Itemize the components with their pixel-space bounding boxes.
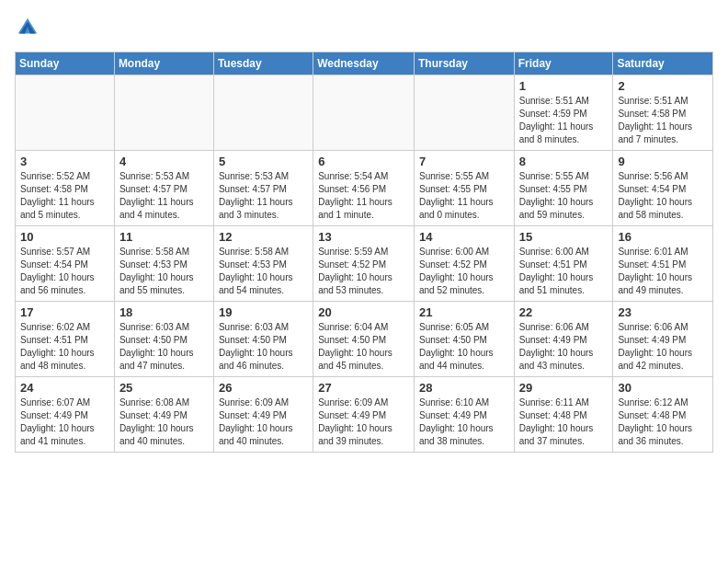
day-number: 3 (20, 155, 109, 168)
day-cell: 25Sunrise: 6:08 AM Sunset: 4:49 PM Dayli… (114, 377, 213, 453)
day-info: Sunrise: 5:51 AM Sunset: 4:58 PM Dayligh… (618, 95, 708, 146)
day-info: Sunrise: 6:05 AM Sunset: 4:50 PM Dayligh… (419, 321, 509, 373)
day-info: Sunrise: 6:03 AM Sunset: 4:50 PM Dayligh… (219, 321, 308, 373)
day-info: Sunrise: 6:12 AM Sunset: 4:48 PM Dayligh… (618, 396, 708, 448)
day-info: Sunrise: 6:07 AM Sunset: 4:49 PM Dayligh… (20, 396, 109, 448)
day-cell: 6Sunrise: 5:54 AM Sunset: 4:56 PM Daylig… (313, 151, 415, 226)
day-cell: 8Sunrise: 5:55 AM Sunset: 4:55 PM Daylig… (514, 151, 613, 226)
week-row-3: 17Sunrise: 6:02 AM Sunset: 4:51 PM Dayli… (16, 302, 713, 377)
day-number: 23 (618, 305, 708, 319)
day-number: 27 (318, 381, 409, 395)
day-number: 30 (618, 381, 708, 395)
day-cell: 29Sunrise: 6:11 AM Sunset: 4:48 PM Dayli… (514, 377, 613, 453)
day-number: 21 (419, 305, 509, 319)
day-cell: 18Sunrise: 6:03 AM Sunset: 4:50 PM Dayli… (114, 302, 213, 377)
day-cell: 22Sunrise: 6:06 AM Sunset: 4:49 PM Dayli… (514, 302, 613, 377)
day-info: Sunrise: 5:55 AM Sunset: 4:55 PM Dayligh… (519, 170, 609, 222)
day-info: Sunrise: 5:53 AM Sunset: 4:57 PM Dayligh… (119, 170, 209, 222)
day-info: Sunrise: 5:54 AM Sunset: 4:56 PM Dayligh… (318, 170, 409, 222)
week-row-4: 24Sunrise: 6:07 AM Sunset: 4:49 PM Dayli… (16, 377, 713, 453)
day-number: 29 (519, 381, 609, 395)
day-number: 19 (219, 305, 308, 319)
weekday-header-saturday: Saturday (613, 52, 713, 75)
day-number: 10 (20, 230, 109, 244)
day-cell: 2Sunrise: 5:51 AM Sunset: 4:58 PM Daylig… (613, 75, 713, 151)
day-number: 16 (618, 230, 708, 244)
day-info: Sunrise: 5:56 AM Sunset: 4:54 PM Dayligh… (618, 170, 708, 222)
weekday-header-friday: Friday (514, 52, 613, 75)
day-cell: 17Sunrise: 6:02 AM Sunset: 4:51 PM Dayli… (16, 302, 115, 377)
day-info: Sunrise: 5:58 AM Sunset: 4:53 PM Dayligh… (219, 246, 308, 297)
day-info: Sunrise: 6:06 AM Sunset: 4:49 PM Dayligh… (519, 321, 609, 373)
header (15, 15, 713, 40)
day-info: Sunrise: 5:59 AM Sunset: 4:52 PM Dayligh… (318, 246, 409, 297)
day-number: 22 (519, 305, 609, 319)
day-info: Sunrise: 6:01 AM Sunset: 4:51 PM Dayligh… (618, 246, 708, 297)
day-cell: 9Sunrise: 5:56 AM Sunset: 4:54 PM Daylig… (613, 151, 713, 226)
weekday-header-sunday: Sunday (16, 52, 115, 75)
day-cell: 28Sunrise: 6:10 AM Sunset: 4:49 PM Dayli… (414, 377, 514, 453)
day-number: 5 (219, 155, 308, 168)
logo-icon (15, 15, 40, 40)
day-number: 12 (219, 230, 308, 244)
day-cell: 23Sunrise: 6:06 AM Sunset: 4:49 PM Dayli… (613, 302, 713, 377)
day-cell (414, 75, 514, 151)
day-info: Sunrise: 5:51 AM Sunset: 4:59 PM Dayligh… (519, 95, 609, 146)
day-info: Sunrise: 6:10 AM Sunset: 4:49 PM Dayligh… (419, 396, 509, 448)
day-cell: 13Sunrise: 5:59 AM Sunset: 4:52 PM Dayli… (313, 226, 415, 302)
day-cell: 26Sunrise: 6:09 AM Sunset: 4:49 PM Dayli… (213, 377, 313, 453)
day-number: 24 (20, 381, 109, 395)
day-info: Sunrise: 6:03 AM Sunset: 4:50 PM Dayligh… (119, 321, 209, 373)
logo (15, 15, 44, 40)
calendar-table: SundayMondayTuesdayWednesdayThursdayFrid… (15, 52, 713, 453)
day-cell (313, 75, 415, 151)
day-number: 1 (519, 79, 609, 93)
day-number: 6 (318, 155, 409, 168)
day-cell: 4Sunrise: 5:53 AM Sunset: 4:57 PM Daylig… (114, 151, 213, 226)
day-cell (16, 75, 115, 151)
day-cell: 27Sunrise: 6:09 AM Sunset: 4:49 PM Dayli… (313, 377, 415, 453)
day-info: Sunrise: 6:08 AM Sunset: 4:49 PM Dayligh… (119, 396, 209, 448)
day-cell: 30Sunrise: 6:12 AM Sunset: 4:48 PM Dayli… (613, 377, 713, 453)
day-number: 20 (318, 305, 409, 319)
day-cell: 21Sunrise: 6:05 AM Sunset: 4:50 PM Dayli… (414, 302, 514, 377)
day-cell (213, 75, 313, 151)
day-number: 17 (20, 305, 109, 319)
day-info: Sunrise: 6:02 AM Sunset: 4:51 PM Dayligh… (20, 321, 109, 373)
day-cell: 3Sunrise: 5:52 AM Sunset: 4:58 PM Daylig… (16, 151, 115, 226)
day-cell: 11Sunrise: 5:58 AM Sunset: 4:53 PM Dayli… (114, 226, 213, 302)
day-number: 25 (119, 381, 209, 395)
day-info: Sunrise: 5:57 AM Sunset: 4:54 PM Dayligh… (20, 246, 109, 297)
day-cell: 15Sunrise: 6:00 AM Sunset: 4:51 PM Dayli… (514, 226, 613, 302)
day-number: 15 (519, 230, 609, 244)
day-number: 13 (318, 230, 409, 244)
day-number: 18 (119, 305, 209, 319)
day-cell: 14Sunrise: 6:00 AM Sunset: 4:52 PM Dayli… (414, 226, 514, 302)
day-info: Sunrise: 6:11 AM Sunset: 4:48 PM Dayligh… (519, 396, 609, 448)
day-info: Sunrise: 6:00 AM Sunset: 4:52 PM Dayligh… (419, 246, 509, 297)
day-number: 8 (519, 155, 609, 168)
day-number: 11 (119, 230, 209, 244)
day-info: Sunrise: 6:09 AM Sunset: 4:49 PM Dayligh… (318, 396, 409, 448)
day-cell: 12Sunrise: 5:58 AM Sunset: 4:53 PM Dayli… (213, 226, 313, 302)
weekday-header-wednesday: Wednesday (313, 52, 415, 75)
weekday-header-tuesday: Tuesday (213, 52, 313, 75)
day-info: Sunrise: 6:06 AM Sunset: 4:49 PM Dayligh… (618, 321, 708, 373)
week-row-2: 10Sunrise: 5:57 AM Sunset: 4:54 PM Dayli… (16, 226, 713, 302)
day-cell: 20Sunrise: 6:04 AM Sunset: 4:50 PM Dayli… (313, 302, 415, 377)
day-number: 9 (618, 155, 708, 168)
day-number: 4 (119, 155, 209, 168)
weekday-header-thursday: Thursday (414, 52, 514, 75)
day-number: 26 (219, 381, 308, 395)
day-number: 7 (419, 155, 509, 168)
day-cell: 1Sunrise: 5:51 AM Sunset: 4:59 PM Daylig… (514, 75, 613, 151)
day-cell (114, 75, 213, 151)
weekday-header-row: SundayMondayTuesdayWednesdayThursdayFrid… (16, 52, 713, 75)
day-cell: 16Sunrise: 6:01 AM Sunset: 4:51 PM Dayli… (613, 226, 713, 302)
day-cell: 7Sunrise: 5:55 AM Sunset: 4:55 PM Daylig… (414, 151, 514, 226)
day-info: Sunrise: 6:09 AM Sunset: 4:49 PM Dayligh… (219, 396, 308, 448)
weekday-header-monday: Monday (114, 52, 213, 75)
day-info: Sunrise: 6:04 AM Sunset: 4:50 PM Dayligh… (318, 321, 409, 373)
day-info: Sunrise: 5:58 AM Sunset: 4:53 PM Dayligh… (119, 246, 209, 297)
day-info: Sunrise: 5:52 AM Sunset: 4:58 PM Dayligh… (20, 170, 109, 222)
